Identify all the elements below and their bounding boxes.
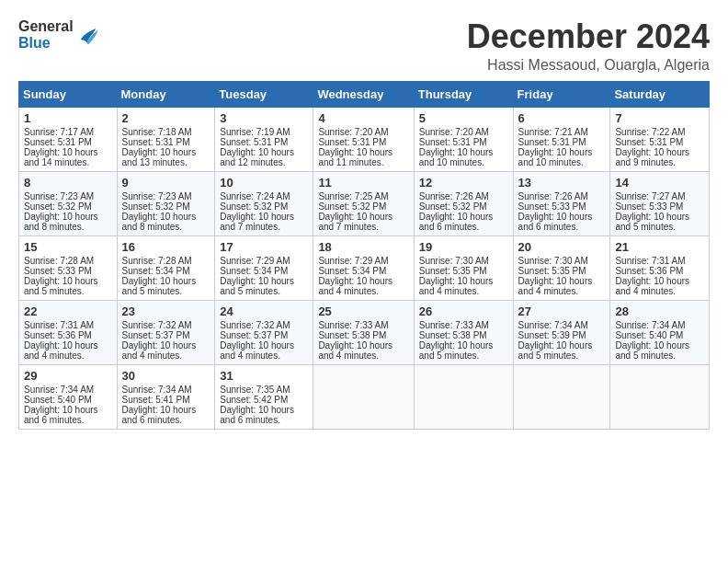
day-number: 2 (122, 111, 210, 125)
day-info: and 6 minutes. (122, 415, 210, 425)
day-info: Sunset: 5:33 PM (518, 201, 606, 212)
day-info: Sunrise: 7:26 AM (518, 191, 606, 201)
day-info: and 5 minutes. (518, 350, 606, 361)
day-info: Sunset: 5:38 PM (318, 330, 408, 340)
day-info: and 8 minutes. (24, 222, 112, 232)
day-info: Sunrise: 7:20 AM (318, 127, 408, 137)
day-info: Daylight: 10 hours (615, 276, 704, 286)
day-info: Sunrise: 7:34 AM (24, 385, 112, 395)
day-info: and 14 minutes. (24, 157, 112, 167)
calendar-header-saturday: Saturday (610, 81, 710, 107)
calendar-cell: 26Sunrise: 7:33 AMSunset: 5:38 PMDayligh… (414, 300, 513, 364)
calendar-cell (610, 364, 710, 429)
day-number: 13 (518, 176, 606, 190)
calendar-header-row: SundayMondayTuesdayWednesdayThursdayFrid… (19, 81, 710, 107)
day-info: Sunrise: 7:19 AM (220, 127, 308, 137)
day-info: Sunset: 5:40 PM (615, 330, 704, 340)
day-info: Sunrise: 7:29 AM (318, 256, 408, 266)
day-info: Sunset: 5:34 PM (318, 266, 408, 276)
day-info: Sunrise: 7:27 AM (615, 191, 704, 201)
day-info: Sunrise: 7:34 AM (615, 320, 704, 330)
calendar-cell: 12Sunrise: 7:26 AMSunset: 5:32 PMDayligh… (414, 171, 513, 236)
day-number: 23 (122, 304, 210, 318)
calendar-cell: 25Sunrise: 7:33 AMSunset: 5:38 PMDayligh… (313, 300, 414, 364)
calendar-cell: 9Sunrise: 7:23 AMSunset: 5:32 PMDaylight… (117, 171, 215, 236)
day-number: 14 (615, 176, 704, 190)
month-title: December 2024 (467, 18, 710, 55)
day-info: Sunset: 5:34 PM (122, 266, 210, 276)
calendar-cell (513, 364, 610, 429)
day-number: 29 (24, 369, 112, 383)
day-info: Sunrise: 7:32 AM (220, 320, 308, 330)
day-info: Daylight: 10 hours (220, 405, 308, 415)
day-info: Daylight: 10 hours (518, 340, 606, 350)
day-info: Sunset: 5:40 PM (24, 395, 112, 405)
day-number: 7 (615, 111, 704, 125)
day-number: 15 (24, 240, 112, 254)
day-info: Sunset: 5:31 PM (419, 137, 508, 147)
day-info: Daylight: 10 hours (518, 212, 606, 222)
day-info: and 5 minutes. (122, 286, 210, 296)
day-number: 31 (220, 369, 308, 383)
day-info: and 9 minutes. (615, 157, 704, 167)
day-info: Sunrise: 7:35 AM (220, 385, 308, 395)
day-info: Daylight: 10 hours (220, 212, 308, 222)
day-number: 18 (318, 240, 408, 254)
day-number: 10 (220, 176, 308, 190)
calendar-cell: 6Sunrise: 7:21 AMSunset: 5:31 PMDaylight… (513, 107, 610, 171)
day-number: 9 (122, 176, 210, 190)
day-info: Sunrise: 7:32 AM (122, 320, 210, 330)
day-info: Daylight: 10 hours (24, 276, 112, 286)
calendar-cell: 28Sunrise: 7:34 AMSunset: 5:40 PMDayligh… (610, 300, 710, 364)
calendar-cell: 20Sunrise: 7:30 AMSunset: 5:35 PMDayligh… (513, 236, 610, 300)
calendar-row-1: 1Sunrise: 7:17 AMSunset: 5:31 PMDaylight… (19, 107, 710, 171)
day-info: Sunrise: 7:29 AM (220, 256, 308, 266)
day-number: 8 (24, 176, 112, 190)
calendar-cell: 4Sunrise: 7:20 AMSunset: 5:31 PMDaylight… (313, 107, 414, 171)
calendar-cell: 5Sunrise: 7:20 AMSunset: 5:31 PMDaylight… (414, 107, 513, 171)
calendar-row-4: 22Sunrise: 7:31 AMSunset: 5:36 PMDayligh… (19, 300, 710, 364)
day-info: Sunrise: 7:21 AM (518, 127, 606, 137)
day-number: 19 (419, 240, 508, 254)
calendar-cell: 29Sunrise: 7:34 AMSunset: 5:40 PMDayligh… (19, 364, 118, 429)
day-info: Daylight: 10 hours (122, 212, 210, 222)
day-info: and 7 minutes. (220, 222, 308, 232)
calendar-cell: 14Sunrise: 7:27 AMSunset: 5:33 PMDayligh… (610, 171, 710, 236)
day-number: 11 (318, 176, 408, 190)
day-info: Sunset: 5:37 PM (220, 330, 308, 340)
day-info: Sunrise: 7:26 AM (419, 191, 508, 201)
day-info: Sunrise: 7:22 AM (615, 127, 704, 137)
day-info: Daylight: 10 hours (24, 405, 112, 415)
day-info: and 4 minutes. (24, 350, 112, 361)
day-info: Sunset: 5:35 PM (518, 266, 606, 276)
day-info: Sunset: 5:31 PM (220, 137, 308, 147)
day-info: Sunrise: 7:18 AM (122, 127, 210, 137)
day-info: Daylight: 10 hours (122, 405, 210, 415)
calendar-cell: 3Sunrise: 7:19 AMSunset: 5:31 PMDaylight… (215, 107, 313, 171)
day-info: Sunset: 5:38 PM (419, 330, 508, 340)
logo-general: General (18, 18, 74, 35)
calendar-header-friday: Friday (513, 81, 610, 107)
calendar-cell: 13Sunrise: 7:26 AMSunset: 5:33 PMDayligh… (513, 171, 610, 236)
day-number: 3 (220, 111, 308, 125)
calendar-cell: 24Sunrise: 7:32 AMSunset: 5:37 PMDayligh… (215, 300, 313, 364)
day-number: 30 (122, 369, 210, 383)
day-info: Daylight: 10 hours (615, 212, 704, 222)
calendar-header-wednesday: Wednesday (313, 81, 414, 107)
day-info: and 6 minutes. (419, 222, 508, 232)
day-info: Daylight: 10 hours (220, 276, 308, 286)
day-info: Sunrise: 7:31 AM (615, 256, 704, 266)
day-info: Sunrise: 7:33 AM (318, 320, 408, 330)
day-info: Sunset: 5:34 PM (220, 266, 308, 276)
day-info: Sunrise: 7:34 AM (518, 320, 606, 330)
day-number: 5 (419, 111, 508, 125)
calendar-header-sunday: Sunday (19, 81, 118, 107)
day-info: Sunset: 5:31 PM (24, 137, 112, 147)
calendar-cell (313, 364, 414, 429)
calendar-cell: 23Sunrise: 7:32 AMSunset: 5:37 PMDayligh… (117, 300, 215, 364)
day-info: Sunrise: 7:30 AM (518, 256, 606, 266)
day-info: Daylight: 10 hours (318, 340, 408, 350)
day-number: 6 (518, 111, 606, 125)
day-number: 1 (24, 111, 112, 125)
day-info: Daylight: 10 hours (518, 147, 606, 157)
